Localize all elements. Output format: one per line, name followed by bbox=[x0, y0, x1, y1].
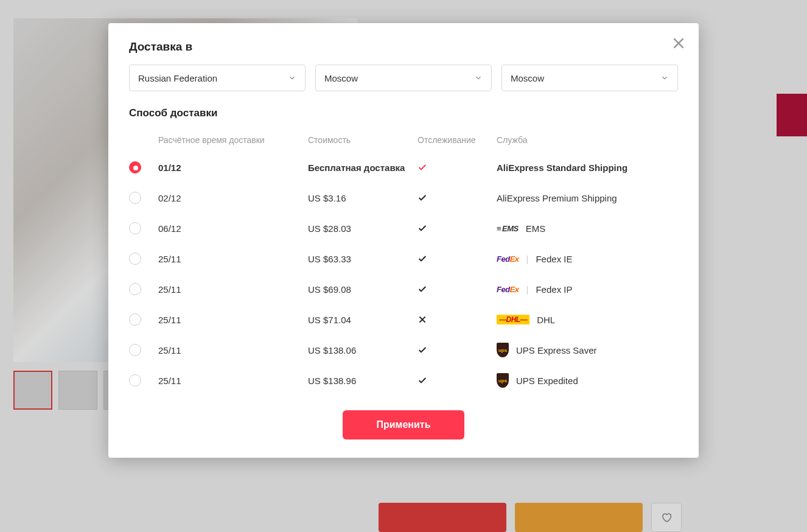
radio-button[interactable] bbox=[129, 313, 141, 326]
radio-button[interactable] bbox=[129, 192, 141, 204]
shipping-cost: US $69.08 bbox=[308, 284, 417, 295]
service-name: DHL bbox=[537, 315, 555, 325]
shipping-service: —DHL—DHL bbox=[497, 315, 678, 325]
radio-button[interactable] bbox=[129, 283, 141, 295]
tracking-status bbox=[417, 315, 497, 324]
service-name: UPS Expedited bbox=[516, 376, 578, 386]
delivery-date: 06/12 bbox=[158, 223, 308, 234]
shipping-option-row[interactable]: 25/11US $69.08FedEx|Fedex IP bbox=[129, 274, 678, 304]
delivery-date: 25/11 bbox=[158, 254, 308, 264]
shipping-table: Расчётное время доставки Стоимость Отсле… bbox=[129, 128, 678, 396]
header-tracking: Отслеживание bbox=[417, 135, 497, 145]
header-cost: Стоимость bbox=[308, 135, 417, 145]
tracking-status bbox=[417, 223, 497, 233]
country-select[interactable]: Russian Federation bbox=[129, 65, 306, 91]
service-name: AliExpress Premium Shipping bbox=[497, 193, 617, 203]
shipping-service: FedEx|Fedex IP bbox=[497, 284, 678, 295]
header-date: Расчётное время доставки bbox=[158, 135, 308, 145]
region-value: Moscow bbox=[324, 73, 358, 83]
shipping-cost: US $63.33 bbox=[308, 254, 417, 264]
delivery-date: 02/12 bbox=[158, 193, 308, 203]
tracking-status bbox=[417, 193, 497, 203]
shipping-option-row[interactable]: 25/11US $138.06upsUPS Express Saver bbox=[129, 335, 678, 365]
shipping-cost: US $71.04 bbox=[308, 315, 417, 325]
service-name: UPS Express Saver bbox=[516, 345, 597, 355]
shipping-option-row[interactable]: 25/11US $63.33FedEx|Fedex IE bbox=[129, 243, 678, 274]
chevron-down-icon bbox=[474, 74, 483, 82]
shipping-option-row[interactable]: 06/12US $28.03EMSEMS bbox=[129, 213, 678, 243]
shipping-cost: US $138.96 bbox=[308, 376, 417, 386]
country-value: Russian Federation bbox=[138, 73, 217, 83]
apply-button[interactable]: Применить bbox=[343, 410, 464, 439]
ups-logo: ups bbox=[497, 343, 509, 357]
delivery-date: 25/11 bbox=[158, 315, 308, 325]
shipping-service: EMSEMS bbox=[497, 223, 678, 234]
delivery-date: 25/11 bbox=[158, 345, 308, 355]
shipping-option-row[interactable]: 02/12US $3.16AliExpress Premium Shipping bbox=[129, 183, 678, 213]
city-value: Moscow bbox=[511, 73, 544, 83]
tracking-status bbox=[417, 254, 497, 264]
shipping-option-row[interactable]: 25/11US $71.04—DHL—DHL bbox=[129, 304, 678, 335]
shipping-cost: US $28.03 bbox=[308, 223, 417, 234]
delivery-date: 25/11 bbox=[158, 376, 308, 386]
modal-title: Доставка в bbox=[129, 40, 678, 54]
fedex-logo: FedEx bbox=[497, 285, 519, 294]
radio-button[interactable] bbox=[129, 374, 141, 387]
city-select[interactable]: Moscow bbox=[501, 65, 678, 91]
radio-button[interactable] bbox=[129, 253, 141, 265]
chevron-down-icon bbox=[660, 74, 669, 82]
chevron-down-icon bbox=[288, 74, 296, 82]
tracking-status bbox=[417, 376, 497, 385]
tracking-status bbox=[417, 284, 497, 294]
radio-button[interactable] bbox=[129, 222, 141, 234]
check-icon bbox=[417, 254, 427, 264]
delivery-date: 25/11 bbox=[158, 284, 308, 295]
shipping-service: upsUPS Expedited bbox=[497, 373, 678, 388]
shipping-cost: Бесплатная доставка bbox=[308, 163, 417, 173]
check-icon bbox=[417, 376, 427, 385]
check-icon bbox=[417, 345, 427, 355]
region-select[interactable]: Moscow bbox=[315, 65, 492, 91]
radio-button[interactable] bbox=[129, 161, 141, 173]
shipping-modal: Доставка в Russian Federation Moscow Mos… bbox=[108, 23, 699, 458]
shipping-service: AliExpress Premium Shipping bbox=[497, 193, 678, 203]
modal-overlay: Доставка в Russian Federation Moscow Mos… bbox=[0, 0, 807, 532]
ups-logo: ups bbox=[497, 373, 509, 388]
check-icon bbox=[417, 193, 427, 203]
table-header-row: Расчётное время доставки Стоимость Отсле… bbox=[129, 128, 678, 152]
check-icon bbox=[417, 284, 427, 294]
shipping-service: FedEx|Fedex IE bbox=[497, 254, 678, 264]
tracking-status bbox=[417, 345, 497, 355]
x-icon bbox=[417, 315, 427, 324]
shipping-service: upsUPS Express Saver bbox=[497, 343, 678, 357]
check-icon bbox=[417, 223, 427, 233]
header-service: Служба bbox=[497, 135, 678, 145]
service-name: Fedex IP bbox=[536, 284, 572, 295]
service-name: Fedex IE bbox=[536, 254, 572, 264]
radio-button[interactable] bbox=[129, 344, 141, 356]
dhl-logo: —DHL— bbox=[497, 315, 529, 324]
shipping-cost: US $138.06 bbox=[308, 345, 417, 355]
shipping-option-row[interactable]: 25/11US $138.96upsUPS Expedited bbox=[129, 365, 678, 396]
tracking-status bbox=[417, 163, 497, 172]
shipping-service: AliExpress Standard Shipping bbox=[497, 163, 678, 173]
shipping-cost: US $3.16 bbox=[308, 193, 417, 203]
service-name: AliExpress Standard Shipping bbox=[497, 163, 627, 173]
close-button[interactable] bbox=[671, 35, 686, 51]
ems-logo: EMS bbox=[497, 224, 519, 233]
check-icon bbox=[417, 163, 427, 172]
service-name: EMS bbox=[526, 223, 546, 234]
shipping-method-title: Способ доставки bbox=[129, 107, 678, 119]
shipping-option-row[interactable]: 01/12Бесплатная доставкаAliExpress Stand… bbox=[129, 152, 678, 183]
delivery-date: 01/12 bbox=[158, 163, 308, 173]
fedex-logo: FedEx bbox=[497, 254, 519, 264]
